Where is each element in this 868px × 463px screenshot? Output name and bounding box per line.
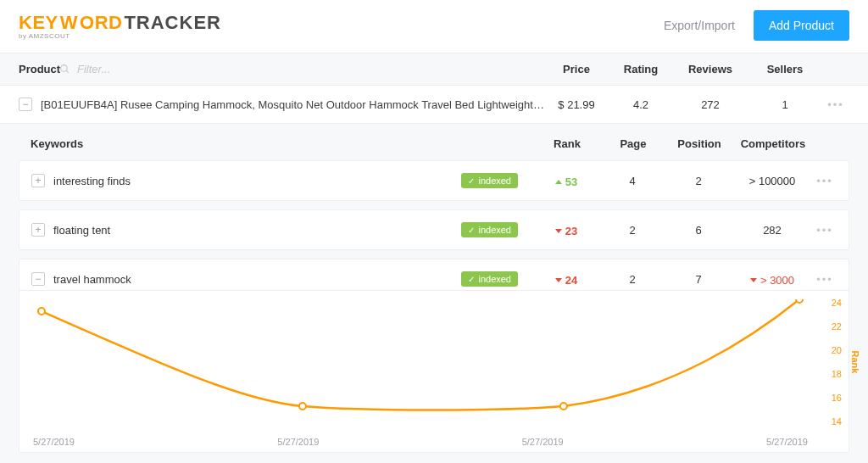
check-icon: ✓ (468, 275, 475, 284)
x-tick: 5/27/2019 (33, 437, 75, 447)
collapse-icon[interactable]: − (31, 272, 45, 286)
logo-tracker: TRACKER (124, 12, 221, 34)
competitors-value: > 3000 (750, 274, 794, 287)
product-price: $ 21.99 (544, 98, 609, 111)
y-tick: 14 (832, 416, 842, 427)
position-value: 2 (665, 175, 732, 187)
chart-line (42, 299, 799, 410)
page-value: 2 (599, 224, 665, 237)
product-header-row: Product Price Rating Reviews Sellers (0, 53, 868, 85)
product-rating: 4.2 (609, 98, 673, 111)
position-value: 6 (665, 224, 732, 237)
logo-subtitle: by AMZSCOUT (19, 32, 221, 40)
reviews-column-label: Reviews (673, 63, 748, 75)
x-tick: 5/27/2019 (766, 437, 808, 447)
logo-w: W (60, 12, 78, 34)
expand-icon[interactable]: + (31, 223, 45, 237)
chart-x-axis: 5/27/2019 5/27/2019 5/27/2019 5/27/2019 (33, 437, 808, 447)
position-value: 7 (665, 273, 732, 286)
product-name[interactable]: [B01EUUFB4A] Rusee Camping Hammock, Mosq… (41, 98, 544, 111)
x-tick: 5/27/2019 (522, 437, 564, 447)
svg-point-0 (61, 65, 68, 72)
position-column-label: Position (666, 137, 732, 150)
keywords-header-row: Keywords Rank Page Position Competitors (19, 124, 849, 160)
logo-key: KEY (19, 12, 58, 34)
y-tick: 22 (832, 321, 842, 332)
rank-value: 23 (555, 225, 577, 237)
keywords-section: Keywords Rank Page Position Competitors … (0, 124, 868, 463)
sellers-column-label: Sellers (748, 63, 822, 75)
keyword-name[interactable]: travel hammock (53, 273, 131, 286)
keyword-menu-icon[interactable]: ••• (813, 175, 837, 187)
indexed-badge: ✓indexed (461, 173, 518, 188)
keyword-menu-icon[interactable]: ••• (813, 224, 837, 237)
keyword-name[interactable]: interesting finds (53, 175, 131, 187)
collapse-icon[interactable]: − (19, 98, 32, 111)
keywords-column-label: Keywords (31, 137, 534, 150)
rating-column-label: Rating (609, 63, 673, 75)
trend-down-icon (555, 278, 562, 282)
expand-icon[interactable]: + (31, 174, 45, 187)
chart-point (38, 308, 45, 315)
export-import-link[interactable]: Export/Import (664, 19, 735, 32)
check-icon: ✓ (468, 176, 475, 186)
indexed-badge: ✓indexed (461, 271, 518, 287)
page-value: 4 (599, 175, 665, 187)
add-product-button[interactable]: Add Product (754, 10, 849, 41)
product-column-label: Product (19, 63, 59, 75)
competitors-value: > 100000 (732, 175, 813, 187)
y-tick: 24 (832, 298, 842, 308)
x-tick: 5/27/2019 (277, 437, 319, 447)
y-tick: 20 (832, 345, 842, 355)
product-menu-icon[interactable]: ••• (822, 98, 849, 111)
keyword-menu-icon[interactable]: ••• (813, 273, 837, 286)
chart-point (796, 299, 803, 303)
logo: KEYWORDTRACKER by AMZSCOUT (19, 12, 221, 40)
svg-line-1 (66, 70, 69, 73)
y-tick: 16 (832, 393, 842, 403)
chart-point (560, 403, 567, 410)
logo-ord: ORD (80, 12, 122, 34)
trend-up-icon (555, 180, 562, 184)
rank-value: 53 (555, 176, 577, 188)
product-row: − [B01EUUFB4A] Rusee Camping Hammock, Mo… (0, 85, 868, 124)
product-sellers: 1 (748, 98, 822, 111)
indexed-badge: ✓indexed (461, 222, 518, 237)
search-icon (59, 64, 70, 75)
product-filter-input[interactable] (75, 62, 262, 76)
trend-down-icon (750, 278, 757, 282)
product-reviews: 272 (673, 98, 748, 111)
trend-down-icon (555, 229, 562, 233)
check-icon: ✓ (468, 226, 475, 235)
rank-column-label: Rank (534, 137, 600, 150)
keyword-row: + interesting finds ✓indexed 53 4 2 > 10… (19, 160, 849, 201)
competitors-column-label: Competitors (732, 137, 814, 150)
page-column-label: Page (600, 137, 666, 150)
price-column-label: Price (544, 63, 609, 75)
chart-svg (33, 299, 808, 418)
keyword-name[interactable]: floating tent (53, 224, 110, 237)
y-tick: 18 (832, 369, 842, 379)
keyword-row: + floating tent ✓indexed 23 2 6 282 ••• (19, 209, 849, 250)
chart-y-label: Rank (850, 351, 860, 374)
chart-point (299, 403, 306, 410)
rank-value: 24 (555, 274, 577, 287)
competitors-value: 282 (732, 224, 813, 237)
chart-y-axis: 24 22 20 18 16 14 Rank (832, 298, 842, 427)
rank-chart: 24 22 20 18 16 14 Rank 5/27/2019 5/27/20… (19, 290, 849, 453)
page-value: 2 (599, 273, 665, 286)
top-bar: KEYWORDTRACKER by AMZSCOUT Export/Import… (0, 0, 868, 53)
